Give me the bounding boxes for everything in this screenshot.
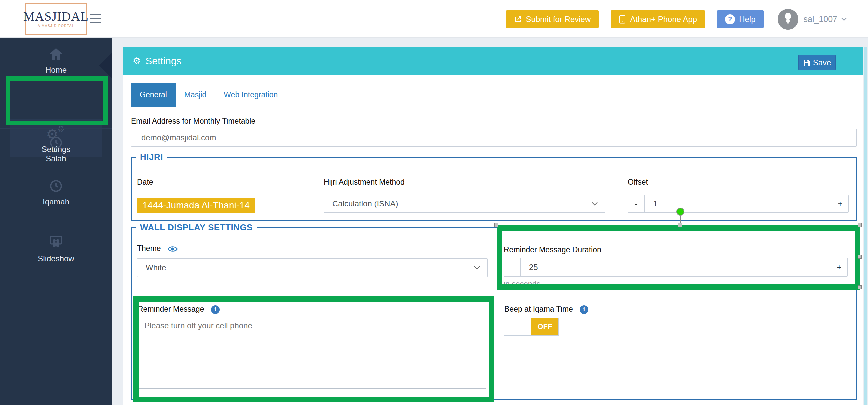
logo-subtitle-text: A MASJID PORTAL xyxy=(38,24,74,28)
username-label: sal_1007 xyxy=(804,14,837,24)
hijri-legend: HIJRI xyxy=(136,152,167,162)
logo-dash-right xyxy=(76,26,84,26)
sidebar-item-slideshow[interactable]: Slideshow xyxy=(0,229,112,289)
theme-label: Theme xyxy=(137,244,161,253)
duration-stepper: - 25 + xyxy=(504,258,848,277)
hijri-method-value: Calculation (ISNA) xyxy=(332,199,398,208)
annotation-dot xyxy=(676,208,684,216)
email-input[interactable] xyxy=(131,129,857,146)
hijri-section: HIJRI Date 1444-Jumada Al-Thani-14 Hijri… xyxy=(131,157,857,221)
annotation-resize-handle xyxy=(494,223,498,227)
text-cursor xyxy=(143,321,143,331)
beep-label-row: Beep at Iqama Time i xyxy=(504,305,588,314)
tab-web-integration[interactable]: Web Integration xyxy=(215,83,286,107)
hijri-method-label: Hijri Adjustment Method xyxy=(324,177,405,187)
save-label: Save xyxy=(813,58,831,67)
info-icon[interactable]: i xyxy=(211,305,220,314)
chevron-down-icon xyxy=(474,266,480,270)
annotation-resize-handle xyxy=(678,223,682,227)
annotation-resize-handle xyxy=(858,223,862,227)
gears-icon: ⚙ xyxy=(133,56,141,65)
message-label-row: Reminder Message i xyxy=(138,305,220,314)
logo-subtitle: A MASJID PORTAL xyxy=(28,24,84,28)
sidebar-divider xyxy=(0,81,112,81)
reminder-message-textarea[interactable]: Please turn off your cell phone xyxy=(138,317,486,389)
annotation-resize-handle xyxy=(858,285,862,290)
question-icon: ? xyxy=(725,14,735,24)
tab-bar: General Masjid Web Integration xyxy=(131,83,286,107)
duration-label: Reminder Message Duration xyxy=(504,245,601,255)
wall-display-section: WALL DISPLAY SETTINGS Theme White Remind… xyxy=(131,227,857,400)
submit-for-review-button[interactable]: Submit for Review xyxy=(506,10,599,28)
sidebar-item-iqamah[interactable]: Iqamah xyxy=(0,171,112,229)
user-avatar[interactable] xyxy=(778,9,798,30)
duration-increment-button[interactable]: + xyxy=(831,258,847,276)
person-icon xyxy=(778,9,798,30)
offset-decrement-button[interactable]: - xyxy=(628,195,645,212)
athan-phone-app-button[interactable]: Athan+ Phone App xyxy=(611,10,705,28)
clock-icon xyxy=(50,179,62,192)
home-icon xyxy=(49,47,63,60)
toggle-state-label: OFF xyxy=(531,318,558,335)
save-button[interactable]: Save xyxy=(798,55,836,70)
toggle-knob xyxy=(504,318,531,335)
help-label: Help xyxy=(739,15,755,24)
settings-panel: General Masjid Web Integration Email Add… xyxy=(123,75,863,405)
page-title: Settings xyxy=(145,55,181,67)
settings-panel-header: ⚙ Settings Save xyxy=(123,47,863,75)
scrollbar[interactable] xyxy=(864,47,867,405)
app-window: MASJIDAL A MASJID PORTAL Submit for Revi… xyxy=(0,0,868,405)
phone-icon xyxy=(619,15,626,24)
chevron-down-icon[interactable] xyxy=(841,18,847,21)
eye-icon[interactable] xyxy=(168,245,178,253)
external-link-icon xyxy=(514,15,522,23)
duration-help-text: in seconds xyxy=(504,280,540,289)
logo-dash-left xyxy=(28,26,36,26)
offset-increment-button[interactable]: + xyxy=(832,195,848,212)
date-label: Date xyxy=(137,177,153,187)
wall-display-legend: WALL DISPLAY SETTINGS xyxy=(136,223,257,233)
athan-phone-app-label: Athan+ Phone App xyxy=(630,15,697,24)
masjidal-logo[interactable]: MASJIDAL A MASJID PORTAL xyxy=(25,3,87,35)
sidebar-nav: Home ⚙⚙ Settings Salah Iqamah xyxy=(0,38,112,405)
sidebar-item-home[interactable]: Home xyxy=(0,38,112,81)
offset-label: Offset xyxy=(628,177,648,187)
sidebar-item-label: Slideshow xyxy=(38,254,74,264)
sidebar-item-salah[interactable]: Salah xyxy=(0,128,112,171)
theme-select[interactable]: White xyxy=(137,259,488,277)
logo-title: MASJIDAL xyxy=(23,10,89,23)
top-header: MASJIDAL A MASJID PORTAL Submit for Revi… xyxy=(0,0,868,38)
menu-toggle-icon[interactable] xyxy=(90,14,101,23)
theme-label-row: Theme xyxy=(137,244,178,253)
submit-for-review-label: Submit for Review xyxy=(526,15,591,24)
sidebar-item-label: Iqamah xyxy=(43,197,69,206)
beep-label: Beep at Iqama Time xyxy=(504,305,573,313)
theme-value: White xyxy=(146,263,166,272)
sidebar-item-label: Salah xyxy=(46,154,66,163)
duration-value[interactable]: 25 xyxy=(521,258,831,276)
help-button[interactable]: ? Help xyxy=(717,10,763,28)
tab-masjid[interactable]: Masjid xyxy=(176,83,215,107)
reminder-message-placeholder: Please turn off your cell phone xyxy=(144,321,252,330)
annotation-resize-handle xyxy=(858,255,862,259)
email-label: Email Address for Monthly Timetable xyxy=(131,116,255,126)
slideshow-icon xyxy=(49,235,63,249)
offset-stepper: - 1 + xyxy=(628,195,849,213)
header-actions: Submit for Review Athan+ Phone App ? Hel… xyxy=(506,10,847,28)
beep-toggle[interactable]: OFF xyxy=(504,318,559,336)
hijri-method-select[interactable]: Calculation (ISNA) xyxy=(324,195,605,213)
tab-general[interactable]: General xyxy=(131,83,176,107)
save-icon xyxy=(803,59,810,66)
info-icon[interactable]: i xyxy=(580,305,588,314)
reminder-message-label: Reminder Message xyxy=(138,305,204,313)
hijri-date-badge: 1444-Jumada Al-Thani-14 xyxy=(137,198,255,213)
chevron-down-icon xyxy=(592,202,598,206)
offset-value[interactable]: 1 xyxy=(645,195,832,212)
duration-decrement-button[interactable]: - xyxy=(504,258,521,276)
clock-icon xyxy=(50,136,62,149)
sidebar-item-label: Home xyxy=(45,65,67,75)
